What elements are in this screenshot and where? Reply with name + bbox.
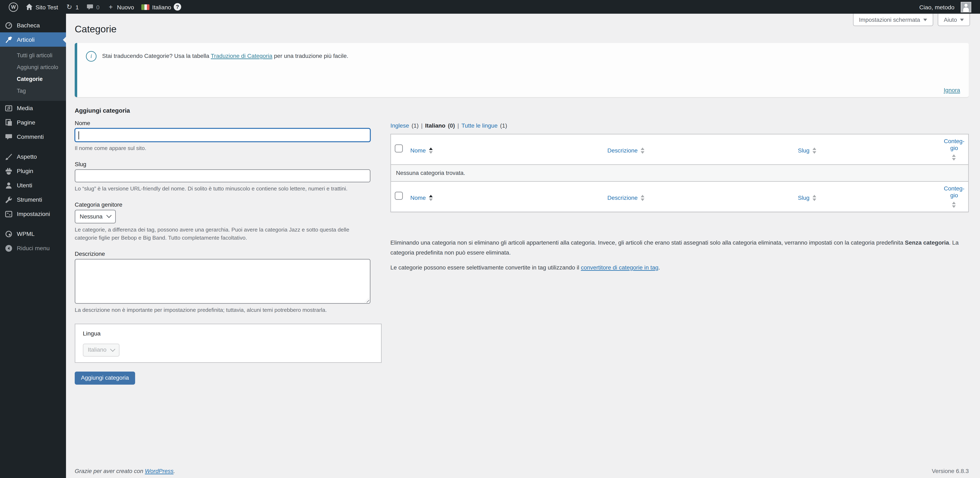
table-header-row: Nome Descrizione Slug Conteg-gio	[391, 134, 969, 165]
sidebar-item-strumenti[interactable]: Strumenti	[0, 192, 66, 206]
sidebar-label: Bacheca	[17, 22, 40, 29]
sort-by-description[interactable]: Descrizione	[608, 195, 644, 201]
sidebar-label: Impostazioni	[17, 210, 50, 217]
sort-by-slug[interactable]: Slug	[798, 147, 816, 154]
filter-tutte-le-lingue[interactable]: Tutte le lingue	[461, 122, 498, 129]
select-all-checkbox[interactable]	[395, 192, 403, 200]
pages-icon	[5, 119, 13, 126]
notice-text-before: Stai traducendo Categorie? Usa la tabell…	[102, 53, 211, 59]
my-account-menu[interactable]: Ciao, metodo	[915, 0, 975, 14]
sidebar-item-wpml[interactable]: WPML	[0, 227, 66, 241]
name-label: Nome	[75, 120, 371, 126]
add-category-button[interactable]: Aggiungi categoria	[75, 372, 135, 384]
category-notes: Eliminando una categoria non si eliminan…	[390, 238, 969, 273]
filter-label: Tutte le lingue	[461, 122, 498, 129]
description-label: Descrizione	[75, 251, 371, 257]
new-label: Nuovo	[117, 3, 134, 10]
sidebar-item-plugin[interactable]: Plugin	[0, 164, 66, 178]
comments-menu[interactable]: 0	[83, 0, 103, 14]
sidebar-item-utenti[interactable]: Utenti	[0, 178, 66, 192]
page-title: Categorie	[75, 24, 969, 35]
sidebar-item-aspetto[interactable]: Aspetto	[0, 149, 66, 164]
admin-bar-right: Ciao, metodo	[915, 0, 975, 14]
site-name-label: Sito Test	[35, 3, 58, 10]
sort-indicator	[813, 195, 816, 201]
note-text: Eliminando una categoria non si eliminan…	[390, 240, 905, 246]
chevron-down-icon	[106, 213, 111, 218]
sidebar-item-bacheca[interactable]: Bacheca	[0, 18, 66, 32]
slug-input[interactable]	[75, 169, 371, 182]
wp-logo-menu[interactable]: W	[5, 0, 22, 14]
main-content: Impostazioni schermata Aiuto Categorie i…	[66, 14, 980, 478]
column-label-slug: Slug	[798, 195, 810, 201]
info-icon: i	[86, 51, 97, 61]
dashboard-icon	[5, 22, 13, 29]
notice-text: Stai traducendo Categorie? Usa la tabell…	[102, 53, 348, 59]
sidebar-item-articoli[interactable]: Articoli	[0, 32, 66, 47]
parent-category-select[interactable]: Nessuna	[75, 210, 116, 224]
sort-by-name[interactable]: Nome	[410, 147, 433, 154]
sort-by-slug[interactable]: Slug	[798, 195, 816, 201]
language-metabox: Lingua Italiano	[75, 324, 382, 363]
sort-by-description[interactable]: Descrizione	[608, 147, 644, 154]
site-name-menu[interactable]: Sito Test	[22, 0, 62, 14]
slug-label: Slug	[75, 161, 371, 167]
sidebar-label: Utenti	[17, 182, 32, 189]
resize-grip[interactable]	[364, 298, 369, 303]
updates-menu[interactable]: ↻ 1	[62, 0, 83, 14]
categories-list-panel: Inglese (1) | Italiano (0) | Tutte le li…	[390, 107, 969, 384]
language-help-icon[interactable]: ?	[174, 3, 181, 11]
sidebar-item-riduci-menu[interactable]: Riduci menu	[0, 241, 66, 255]
submenu-tutti-gli-articoli[interactable]: Tutti gli articoli	[0, 49, 66, 61]
submenu-aggiungi-articolo[interactable]: Aggiungi articolo	[0, 61, 66, 73]
wordpress-logo-icon: W	[9, 2, 18, 12]
sort-indicator	[641, 147, 644, 154]
note-text: Le categorie possono essere selettivamen…	[390, 265, 581, 271]
sort-by-count[interactable]: Conteg-gio	[944, 186, 964, 208]
language-label: Italiano	[152, 3, 171, 10]
language-switcher-menu[interactable]: Italiano ?	[138, 0, 185, 14]
add-category-form: Aggiungi categoria Nome Il nome come app…	[75, 107, 371, 384]
sidebar-label: Plugin	[17, 167, 33, 174]
sidebar-item-pagine[interactable]: Pagine	[0, 115, 66, 129]
language-select[interactable]: Italiano	[83, 343, 119, 356]
footer-text: Grazie per aver creato con	[75, 468, 145, 474]
chevron-down-icon	[960, 19, 964, 21]
select-all-checkbox[interactable]	[395, 144, 403, 152]
submenu-categorie[interactable]: Categorie	[0, 73, 66, 85]
sidebar-item-media[interactable]: Media	[0, 101, 66, 115]
table-footer-row: Nome Descrizione Slug Conteg-gio	[391, 181, 969, 212]
updates-count: 1	[76, 3, 79, 10]
sort-indicator	[952, 202, 956, 208]
name-input[interactable]	[75, 128, 371, 142]
wordpress-link[interactable]: WordPress	[145, 468, 173, 474]
wordpress-admin: W Sito Test ↻ 1 0 + Nuovo Italiano	[0, 0, 980, 478]
description-textarea[interactable]	[75, 259, 371, 304]
description-help: La descrizione non è importante per impo…	[75, 306, 371, 315]
submenu-tag[interactable]: Tag	[0, 85, 66, 97]
sidebar-item-commenti[interactable]: Commenti	[0, 129, 66, 144]
new-content-menu[interactable]: + Nuovo	[103, 0, 138, 14]
help-button[interactable]: Aiuto	[937, 14, 970, 26]
sort-by-name[interactable]: Nome	[410, 195, 433, 201]
help-label: Aiuto	[944, 17, 957, 23]
filter-inglese[interactable]: Inglese	[390, 122, 409, 129]
screen-options-button[interactable]: Impostazioni schermata	[853, 14, 933, 26]
sidebar-separator	[0, 144, 66, 149]
column-label-description: Descrizione	[608, 147, 638, 154]
sort-indicator	[429, 147, 433, 154]
translation-table-link[interactable]: Traduzione di Categoria	[211, 53, 272, 59]
notice-text-after: per una traduzione più facile.	[272, 53, 348, 59]
screen-meta: Impostazioni schermata Aiuto	[853, 14, 970, 26]
empty-table-row: Nessuna categoria trovata.	[391, 165, 969, 181]
dismiss-notice-link[interactable]: Ignora	[944, 87, 960, 93]
sidebar-label: Strumenti	[17, 196, 42, 203]
articoli-submenu: Tutti gli articoli Aggiungi articolo Cat…	[0, 47, 66, 101]
admin-sidebar: Bacheca Articoli Tutti gli articoli Aggi…	[0, 14, 66, 478]
sidebar-item-impostazioni[interactable]: Impostazioni	[0, 206, 66, 221]
category-to-tag-converter-link[interactable]: convertitore di categorie in tag	[581, 265, 659, 271]
plugin-icon	[5, 167, 13, 175]
sort-by-count[interactable]: Conteg-gio	[944, 138, 964, 160]
filter-count: (1)	[500, 122, 507, 129]
name-help: Il nome come appare sul sito.	[75, 144, 371, 152]
